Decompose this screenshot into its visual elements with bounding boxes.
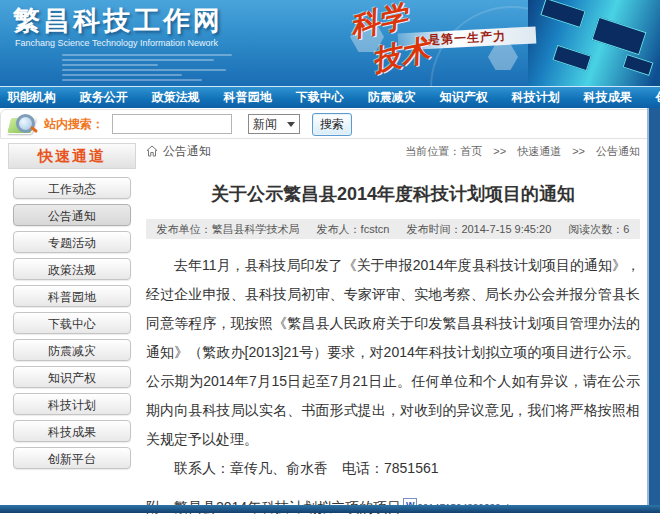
- nav-item-downloads[interactable]: 下载中心: [284, 89, 356, 106]
- nav-item-innovation[interactable]: 创新平台: [644, 89, 660, 106]
- nav-item-science-garden[interactable]: 科普园地: [212, 89, 284, 106]
- nav-item-functions[interactable]: 职能机构: [0, 89, 68, 106]
- chevron-down-icon: [287, 122, 295, 127]
- article-paragraph: 去年11月，县科技局印发了《关于申报2014年度县科技计划项目的通知》，经过企业…: [146, 251, 640, 454]
- home-icon: [146, 145, 158, 157]
- site-header: 繁昌科技工作网 Fanchang Science Technology Info…: [0, 0, 660, 86]
- article-content: 公告通知 当前位置：首页 >> 快速通道 >> 公告通知 关于公示繁昌县2014…: [146, 140, 640, 515]
- article-meta-bar: 发布单位：繁昌县科学技术局 发布人：fcstcn 发布时间：2014-7-15 …: [146, 219, 640, 239]
- chip-graphic: [592, 17, 647, 55]
- sidebar-item-special-activities[interactable]: 专题活动: [13, 231, 131, 253]
- search-icon: [8, 112, 38, 136]
- site-subtitle: Fanchang Science Technology Information …: [15, 38, 218, 48]
- nav-item-tech-results[interactable]: 科技成果: [572, 89, 644, 106]
- page: 繁昌科技工作网 Fanchang Science Technology Info…: [0, 0, 660, 515]
- chip-graphic: [552, 45, 591, 71]
- sidebar-item-announcements[interactable]: 公告通知: [13, 204, 131, 226]
- meta-publisher: 发布单位：繁昌县科学技术局: [157, 223, 300, 235]
- sidebar-title: 快速通道: [8, 143, 136, 169]
- section-title: 公告通知: [163, 143, 211, 160]
- search-category-value: 新闻: [253, 116, 277, 133]
- site-title: 繁昌科技工作网: [13, 3, 223, 39]
- sidebar-item-tech-results[interactable]: 科技成果: [13, 420, 131, 442]
- bottom-edge-bar: [0, 505, 660, 513]
- nav-item-ip[interactable]: 知识产权: [428, 89, 500, 106]
- article-contact-line: 联系人：章传凡、俞水香 电话：7851561: [146, 454, 640, 483]
- decorative-text-lines: [62, 54, 232, 84]
- nav-item-gov-affairs[interactable]: 政务公开: [68, 89, 140, 106]
- meta-time: 发布时间：2014-7-15 9:45:20: [406, 223, 551, 235]
- circuit-board-image: [528, 0, 660, 86]
- search-category-select[interactable]: 新闻: [248, 114, 300, 134]
- meta-author: 发布人：fcstcn: [317, 223, 390, 235]
- article-title: 关于公示繁昌县2014年度科技计划项目的通知: [146, 182, 640, 206]
- content-header: 公告通知 当前位置：首页 >> 快速通道 >> 公告通知: [146, 140, 640, 162]
- nav-item-policies[interactable]: 政策法规: [140, 89, 212, 106]
- meta-views: 阅读次数：6: [568, 223, 629, 235]
- sidebar-item-ip[interactable]: 知识产权: [13, 366, 131, 388]
- sidebar-item-tech-plan[interactable]: 科技计划: [13, 393, 131, 415]
- breadcrumb[interactable]: 当前位置：首页 >> 快速通道 >> 公告通知: [405, 144, 640, 159]
- nav-item-earthquake[interactable]: 防震减灾: [356, 89, 428, 106]
- search-button[interactable]: 搜索: [312, 113, 352, 136]
- sidebar-item-policies[interactable]: 政策法规: [13, 258, 131, 280]
- sidebar: 快速通道 工作动态 公告通知 专题活动 政策法规 科普园地 下载中心 防震减灾 …: [8, 143, 136, 474]
- sidebar-item-work-trends[interactable]: 工作动态: [13, 177, 131, 199]
- right-edge-strip: [647, 108, 660, 507]
- sidebar-item-earthquake[interactable]: 防震减灾: [13, 339, 131, 361]
- search-bar: 站内搜索： 新闻 搜索: [0, 109, 659, 139]
- main-nav: 首 页 职能机构 政务公开 政策法规 科普园地 下载中心 防震减灾 知识产权 科…: [0, 86, 660, 108]
- sidebar-item-downloads[interactable]: 下载中心: [13, 312, 131, 334]
- nav-item-tech-plan[interactable]: 科技计划: [500, 89, 572, 106]
- chip-graphic: [623, 54, 654, 76]
- chip-graphic: [540, 0, 586, 28]
- search-input[interactable]: [112, 114, 232, 134]
- sidebar-item-science-garden[interactable]: 科普园地: [13, 285, 131, 307]
- sidebar-item-innovation[interactable]: 创新平台: [13, 447, 131, 469]
- search-label: 站内搜索：: [44, 116, 104, 133]
